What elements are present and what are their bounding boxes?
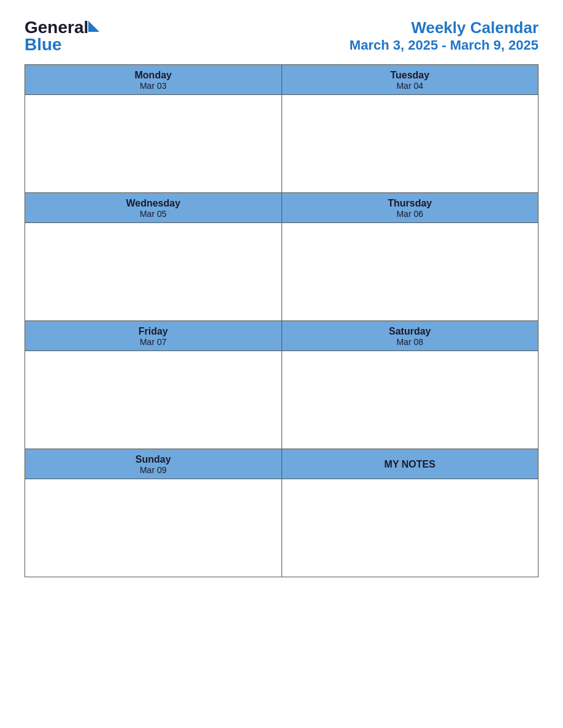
sunday-header: Sunday Mar 09 <box>25 449 282 479</box>
calendar-title: Weekly Calendar <box>350 18 538 37</box>
logo-blue-text: Blue <box>25 36 62 53</box>
friday-header: Friday Mar 07 <box>25 321 282 351</box>
monday-date: Mar 03 <box>28 81 279 91</box>
tuesday-date: Mar 04 <box>285 81 536 91</box>
row-mon-tue-header: Monday Mar 03 Tuesday Mar 04 <box>25 65 538 95</box>
row-sun-notes-header: Sunday Mar 09 MY NOTES <box>25 449 538 479</box>
monday-content[interactable] <box>25 95 282 193</box>
row-wed-thu-header: Wednesday Mar 05 Thursday Mar 06 <box>25 193 538 223</box>
thursday-header: Thursday Mar 06 <box>282 193 538 223</box>
calendar-date-range: March 3, 2025 - March 9, 2025 <box>350 37 538 53</box>
title-block: Weekly Calendar March 3, 2025 - March 9,… <box>350 18 538 53</box>
friday-name: Friday <box>28 326 279 337</box>
wednesday-date: Mar 05 <box>28 209 279 219</box>
saturday-content[interactable] <box>282 351 538 449</box>
wednesday-header: Wednesday Mar 05 <box>25 193 282 223</box>
friday-content[interactable] <box>25 351 282 449</box>
logo-general-text: General <box>25 19 88 36</box>
tuesday-header: Tuesday Mar 04 <box>282 65 538 95</box>
thursday-date: Mar 06 <box>285 209 536 219</box>
wednesday-name: Wednesday <box>28 198 279 209</box>
notes-header: MY NOTES <box>282 449 538 479</box>
saturday-date: Mar 08 <box>285 337 536 347</box>
sunday-content[interactable] <box>25 479 282 577</box>
saturday-header: Saturday Mar 08 <box>282 321 538 351</box>
monday-header: Monday Mar 03 <box>25 65 282 95</box>
monday-name: Monday <box>28 70 279 81</box>
sunday-date: Mar 09 <box>28 465 279 475</box>
weekly-calendar: Monday Mar 03 Tuesday Mar 04 Wednesday M… <box>25 64 538 577</box>
row-mon-tue-content <box>25 95 538 193</box>
thursday-content[interactable] <box>282 223 538 321</box>
page-header: General Blue Weekly Calendar March 3, 20… <box>25 18 538 53</box>
tuesday-name: Tuesday <box>285 70 536 81</box>
saturday-name: Saturday <box>285 326 536 337</box>
logo-triangle-icon <box>88 21 99 32</box>
thursday-name: Thursday <box>285 198 536 209</box>
sunday-name: Sunday <box>28 454 279 465</box>
row-wed-thu-content <box>25 223 538 321</box>
friday-date: Mar 07 <box>28 337 279 347</box>
logo: General Blue <box>25 19 99 53</box>
row-fri-sat-header: Friday Mar 07 Saturday Mar 08 <box>25 321 538 351</box>
wednesday-content[interactable] <box>25 223 282 321</box>
row-fri-sat-content <box>25 351 538 449</box>
row-sun-notes-content <box>25 479 538 577</box>
tuesday-content[interactable] <box>282 95 538 193</box>
notes-content[interactable] <box>282 479 538 577</box>
